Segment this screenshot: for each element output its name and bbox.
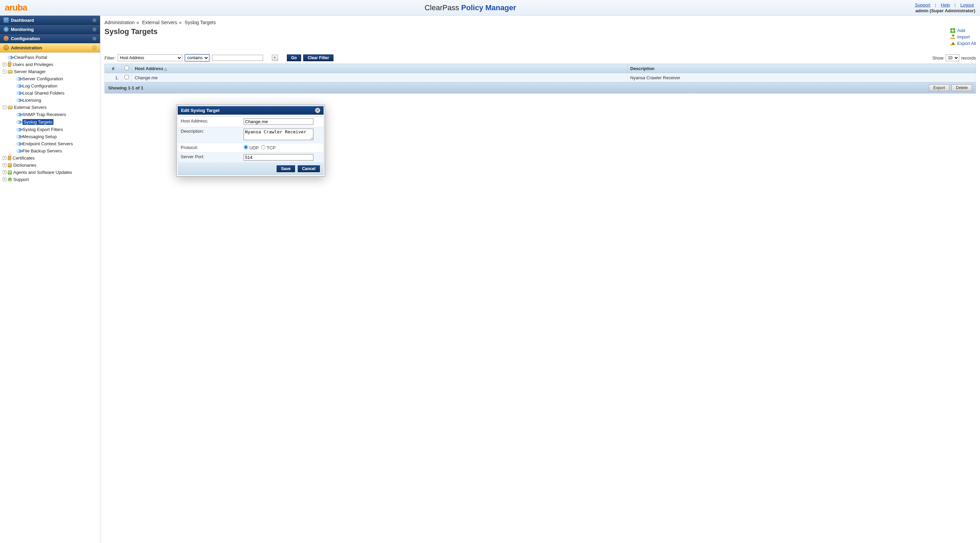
collapse-icon[interactable]: −: [3, 70, 6, 73]
plus-icon: [950, 28, 955, 33]
key-icon: [16, 77, 21, 81]
dialog-titlebar[interactable]: Edit Syslog Target ✕: [178, 106, 324, 115]
nav-configuration[interactable]: Configuration: [0, 34, 100, 43]
logout-link[interactable]: Logout: [960, 2, 974, 8]
tree-local-shared-folders[interactable]: Local Shared Folders: [2, 89, 98, 97]
sidebar: Dashboard Monitoring Configuration Admin…: [0, 16, 100, 543]
tree-log-configuration[interactable]: Log Configuration: [2, 83, 98, 89]
page-size-select[interactable]: 10: [946, 54, 959, 61]
protocol-udp-option[interactable]: UDP: [243, 145, 259, 150]
tree-snmp-trap-receivers[interactable]: SNMP Trap Receivers: [2, 111, 98, 118]
show-label: Show: [932, 56, 943, 60]
content-area: Administration» External Servers» Syslog…: [100, 16, 980, 543]
cancel-button[interactable]: Cancel: [298, 165, 320, 172]
syslog-targets-table: # Host Address△ Description 1. Change.me…: [105, 64, 976, 83]
tree-licensing[interactable]: Licensing: [2, 97, 98, 104]
tree-support[interactable]: +Support: [2, 176, 98, 183]
breadcrumb-item[interactable]: External Servers: [142, 20, 177, 25]
server-port-label: Server Port:: [178, 152, 241, 163]
expand-icon[interactable]: +: [3, 163, 6, 167]
tree-file-backup-servers[interactable]: File Backup Servers: [2, 147, 98, 154]
udp-radio[interactable]: [243, 145, 248, 149]
host-address-input[interactable]: [243, 118, 313, 125]
import-link[interactable]: Import: [950, 34, 976, 40]
col-host-address[interactable]: Host Address△: [132, 64, 627, 73]
tree-dictionaries[interactable]: +Dictionaries: [2, 162, 98, 169]
filter-value-input[interactable]: [212, 55, 263, 61]
expand-icon[interactable]: +: [3, 156, 6, 160]
chevron-icon: [92, 18, 97, 22]
tcp-radio[interactable]: [261, 145, 266, 149]
table-row[interactable]: 1. Change.me Nyansa Crawler Receiver: [105, 73, 976, 83]
page-actions: Add Import Export All: [950, 28, 976, 47]
server-port-input[interactable]: [243, 154, 313, 160]
key-icon: [16, 142, 21, 146]
folder-icon: [8, 70, 13, 73]
folder-icon: [8, 106, 13, 109]
select-all-checkbox[interactable]: [124, 66, 129, 70]
close-icon[interactable]: ✕: [315, 108, 320, 113]
breadcrumb-item: Syslog Targets: [185, 20, 216, 25]
breadcrumb-item[interactable]: Administration: [105, 20, 135, 25]
key-icon: [16, 121, 21, 124]
top-right: Support | Help | Logout admin (Super Adm…: [914, 2, 975, 13]
key-icon: [16, 149, 21, 153]
key-icon: [16, 113, 21, 116]
tree-syslog-targets[interactable]: Syslog Targets: [2, 118, 98, 126]
showing-label: Showing 1-1 of 1: [108, 86, 143, 90]
help-link[interactable]: Help: [941, 2, 950, 8]
row-number: 1.: [105, 73, 122, 83]
expand-icon[interactable]: +: [3, 178, 6, 181]
col-number[interactable]: #: [105, 64, 122, 73]
dashboard-icon: [3, 17, 9, 23]
tree-endpoint-context-servers[interactable]: Endpoint Context Servers: [2, 140, 98, 147]
configuration-icon: [3, 36, 9, 41]
nav-tree: ClearPass Portal +Users and Privileges −…: [0, 52, 100, 190]
expand-icon[interactable]: +: [3, 170, 6, 174]
nav-administration[interactable]: Administration: [0, 43, 100, 52]
tree-agents-updates[interactable]: +Agents and Software Updates: [2, 169, 98, 176]
tree-certificates[interactable]: +Certificates: [2, 154, 98, 162]
export-button[interactable]: Export: [929, 84, 950, 91]
collapse-icon[interactable]: −: [3, 105, 6, 109]
key-icon: [8, 56, 13, 59]
col-description[interactable]: Description: [627, 64, 976, 73]
go-button[interactable]: Go: [287, 54, 301, 61]
import-icon: [950, 35, 955, 39]
table-footer: Showing 1-1 of 1 Export Delete: [105, 83, 976, 94]
expand-icon[interactable]: +: [3, 63, 6, 66]
add-link[interactable]: Add: [950, 28, 976, 33]
save-button[interactable]: Save: [277, 165, 295, 172]
key-icon: [16, 84, 21, 88]
support-link[interactable]: Support: [915, 2, 931, 8]
export-all-link[interactable]: Export All: [950, 41, 976, 46]
tree-users-privileges[interactable]: +Users and Privileges: [2, 61, 98, 68]
row-checkbox[interactable]: [124, 75, 129, 79]
nav-dashboard[interactable]: Dashboard: [0, 16, 100, 25]
tree-clearpass-portal[interactable]: ClearPass Portal: [2, 54, 98, 61]
add-filter-button[interactable]: +: [272, 55, 278, 61]
tree-syslog-export-filters[interactable]: Syslog Export Filters: [2, 126, 98, 133]
page-title: Syslog Targets: [105, 27, 158, 36]
description-textarea[interactable]: Nyansa Crawler Receiver: [243, 129, 313, 140]
key-icon: [16, 98, 21, 102]
clear-filter-button[interactable]: Clear Filter: [303, 54, 334, 61]
monitoring-icon: [3, 27, 9, 32]
filter-field-select[interactable]: Host Address: [118, 54, 182, 61]
tree-server-configuration[interactable]: Server Configuration: [2, 75, 98, 83]
book-icon: [8, 163, 12, 167]
refresh-icon: [8, 178, 12, 182]
chevron-icon: [92, 46, 97, 50]
filter-operator-select[interactable]: contains: [185, 54, 209, 61]
tree-external-servers[interactable]: −External Servers: [2, 104, 98, 111]
protocol-tcp-option[interactable]: TCP: [261, 145, 275, 150]
records-label: records: [961, 56, 976, 60]
filter-label: Filter:: [105, 56, 116, 60]
delete-button[interactable]: Delete: [951, 84, 972, 91]
brand-logo: aruba: [5, 2, 27, 13]
nav-monitoring[interactable]: Monitoring: [0, 25, 100, 34]
tree-server-manager[interactable]: −Server Manager: [2, 68, 98, 75]
lock-icon: [8, 156, 11, 160]
dialog-footer: Save Cancel: [178, 163, 323, 175]
tree-messaging-setup[interactable]: Messaging Setup: [2, 133, 98, 140]
